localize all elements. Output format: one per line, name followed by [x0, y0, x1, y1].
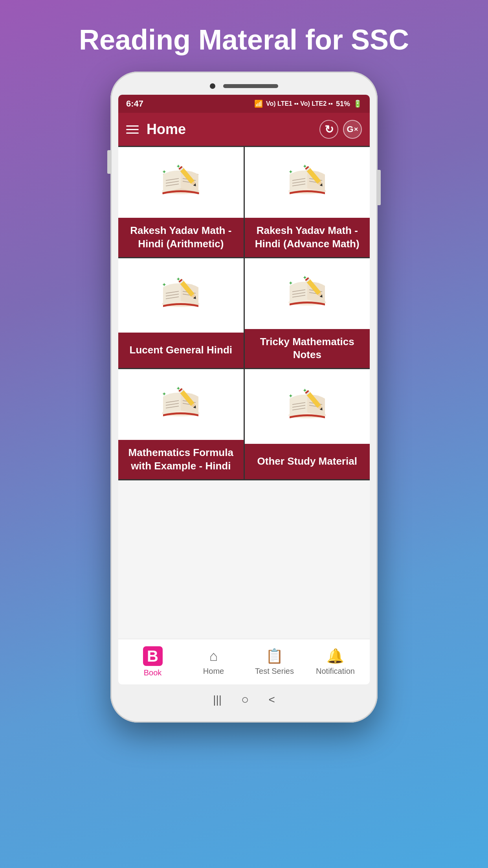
- grid-cell-image-5: ✦ ✦: [118, 369, 244, 440]
- bottom-nav-test[interactable]: 📋 Test Series: [244, 648, 305, 676]
- svg-text:✦: ✦: [303, 274, 307, 281]
- svg-text:✦: ✦: [176, 163, 181, 169]
- status-bar: 6:47 📶 Vo) LTE1 ▪▪ Vo) LTE2 ▪▪ 51% 🔋: [118, 95, 370, 113]
- network-info: Vo) LTE1 ▪▪ Vo) LTE2 ▪▪: [266, 100, 333, 107]
- grid-cell-rakesh-arithmetic[interactable]: ✦ ✦ Rakesh Yadav Math - Hindi (Arithmeti…: [118, 147, 245, 257]
- wifi-icon: 📶: [254, 99, 263, 108]
- front-camera: [210, 83, 215, 89]
- status-time: 6:47: [126, 99, 143, 109]
- home-button[interactable]: ○: [241, 692, 249, 707]
- grid-cell-image-3: ✦ ✦: [118, 258, 244, 333]
- back-button[interactable]: <: [268, 693, 275, 706]
- nav-title: Home: [147, 121, 312, 138]
- page-title: Reading Materal for SSC: [79, 24, 409, 56]
- book-pencil-icon-1: ✦ ✦: [157, 163, 204, 202]
- grid-cell-math-formula[interactable]: ✦ ✦ Mathematics Formula with Example - H…: [118, 369, 245, 479]
- grid-row-1: ✦ ✦ Rakesh Yadav Math - Hindi (Arithmeti…: [118, 146, 370, 258]
- translate-button[interactable]: G✕: [343, 120, 362, 139]
- book-pencil-icon-2: ✦ ✦: [284, 163, 331, 202]
- speaker: [223, 84, 278, 88]
- bottom-nav-book[interactable]: B Book: [122, 646, 183, 677]
- home-nav-label: Home: [203, 667, 224, 676]
- grid-cell-tricky-math[interactable]: ✦ ✦ Tricky Mathematics Notes: [245, 258, 370, 368]
- svg-text:✦: ✦: [176, 385, 181, 392]
- book-nav-icon: B: [143, 646, 163, 666]
- multiapp-button[interactable]: |||: [213, 693, 222, 706]
- battery-level: 51%: [336, 100, 350, 108]
- phone-screen: 6:47 📶 Vo) LTE1 ▪▪ Vo) LTE2 ▪▪ 51% 🔋 Hom…: [118, 95, 370, 684]
- grid-cell-image-2: ✦ ✦: [245, 147, 370, 218]
- grid-row-2: ✦ ✦ Lucent General Hindi: [118, 258, 370, 370]
- nav-icons: ↻ G✕: [319, 120, 362, 139]
- book-nav-label: Book: [144, 668, 162, 677]
- grid-cell-rakesh-advance[interactable]: ✦ ✦ Rakesh Yadav Math - Hindi (Advance M…: [245, 147, 370, 257]
- bottom-nav: B Book ⌂ Home 📋 Test Series 🔔 Notificati…: [118, 639, 370, 684]
- grid-content: ✦ ✦ Rakesh Yadav Math - Hindi (Arithmeti…: [118, 146, 370, 639]
- grid-cell-label-5: Mathematics Formula with Example - Hindi: [118, 440, 244, 479]
- refresh-button[interactable]: ↻: [319, 120, 338, 139]
- book-pencil-icon-5: ✦ ✦: [157, 385, 204, 424]
- grid-cell-image-4: ✦ ✦: [245, 258, 370, 329]
- hamburger-menu[interactable]: [126, 125, 139, 134]
- test-nav-icon: 📋: [266, 648, 283, 664]
- grid-cell-label-4: Tricky Mathematics Notes: [245, 329, 370, 368]
- grid-cell-label-2: Rakesh Yadav Math - Hindi (Advance Math): [245, 218, 370, 257]
- grid-cell-label-3: Lucent General Hindi: [118, 333, 244, 368]
- svg-text:✦: ✦: [288, 280, 293, 286]
- battery-icon: 🔋: [353, 99, 362, 108]
- svg-text:✦: ✦: [162, 391, 167, 397]
- home-nav-icon: ⌂: [209, 648, 218, 664]
- grid-cell-label-1: Rakesh Yadav Math - Hindi (Arithmetic): [118, 218, 244, 257]
- grid-cell-lucent[interactable]: ✦ ✦ Lucent General Hindi: [118, 258, 245, 368]
- notification-nav-label: Notification: [316, 667, 355, 676]
- grid-row-3: ✦ ✦ Mathematics Formula with Example - H…: [118, 369, 370, 480]
- grid-cell-other-study[interactable]: ✦ ✦ Other Study Material: [245, 369, 370, 479]
- book-pencil-icon-3: ✦ ✦: [157, 276, 204, 315]
- nav-bar: Home ↻ G✕: [118, 113, 370, 146]
- test-nav-label: Test Series: [255, 667, 294, 676]
- svg-text:✦: ✦: [176, 276, 181, 282]
- status-right: 📶 Vo) LTE1 ▪▪ Vo) LTE2 ▪▪ 51% 🔋: [254, 99, 362, 108]
- bottom-nav-notification[interactable]: 🔔 Notification: [305, 648, 366, 676]
- svg-text:✦: ✦: [162, 169, 167, 175]
- book-pencil-icon-6: ✦ ✦: [284, 387, 331, 426]
- phone-home-bar: ||| ○ <: [118, 684, 370, 711]
- svg-text:✦: ✦: [162, 281, 167, 288]
- grid-cell-label-6: Other Study Material: [245, 444, 370, 479]
- grid-cell-image-6: ✦ ✦: [245, 369, 370, 444]
- phone-top-bar: [118, 83, 370, 89]
- bottom-nav-home[interactable]: ⌂ Home: [183, 648, 244, 676]
- svg-text:✦: ✦: [288, 169, 293, 175]
- book-pencil-icon-4: ✦ ✦: [284, 274, 331, 313]
- phone-frame: 6:47 📶 Vo) LTE1 ▪▪ Vo) LTE2 ▪▪ 51% 🔋 Hom…: [110, 72, 378, 723]
- svg-text:✦: ✦: [303, 387, 307, 394]
- svg-text:✦: ✦: [303, 163, 307, 169]
- svg-text:✦: ✦: [288, 393, 293, 399]
- notification-nav-icon: 🔔: [327, 648, 344, 664]
- grid-cell-image-1: ✦ ✦: [118, 147, 244, 218]
